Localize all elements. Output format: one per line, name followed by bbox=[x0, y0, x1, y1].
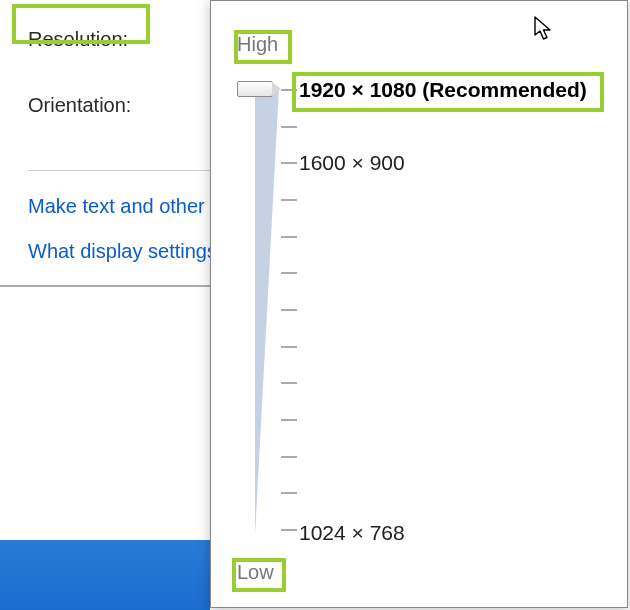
resolution-slider[interactable] bbox=[251, 77, 291, 539]
slider-track bbox=[255, 87, 279, 535]
resolution-dropdown-popup: High Low 1920 × 1080 (Recommended)1600 ×… bbox=[210, 0, 628, 608]
slider-thumb[interactable] bbox=[237, 81, 273, 97]
blue-footer-strip bbox=[0, 540, 210, 610]
resolution-option[interactable]: 1024 × 768 bbox=[299, 521, 405, 545]
resolution-label: Resolution: bbox=[28, 28, 128, 51]
section-separator bbox=[0, 285, 210, 287]
slider-tick bbox=[281, 382, 297, 384]
scale-high-label: High bbox=[237, 33, 278, 56]
resolution-option[interactable]: 1600 × 900 bbox=[299, 151, 405, 175]
slider-tick bbox=[281, 199, 297, 201]
slider-tick bbox=[281, 346, 297, 348]
resolution-option[interactable]: 1920 × 1080 (Recommended) bbox=[299, 78, 587, 102]
slider-tick bbox=[281, 272, 297, 274]
scale-low-label: Low bbox=[237, 561, 274, 584]
slider-tick bbox=[281, 309, 297, 311]
slider-tick bbox=[281, 162, 297, 164]
slider-tick bbox=[281, 236, 297, 238]
slider-tick bbox=[281, 529, 297, 531]
orientation-label: Orientation: bbox=[28, 94, 131, 117]
slider-tick bbox=[281, 492, 297, 494]
slider-tick bbox=[281, 89, 297, 91]
slider-tick bbox=[281, 126, 297, 128]
slider-tick bbox=[281, 456, 297, 458]
slider-tick bbox=[281, 419, 297, 421]
